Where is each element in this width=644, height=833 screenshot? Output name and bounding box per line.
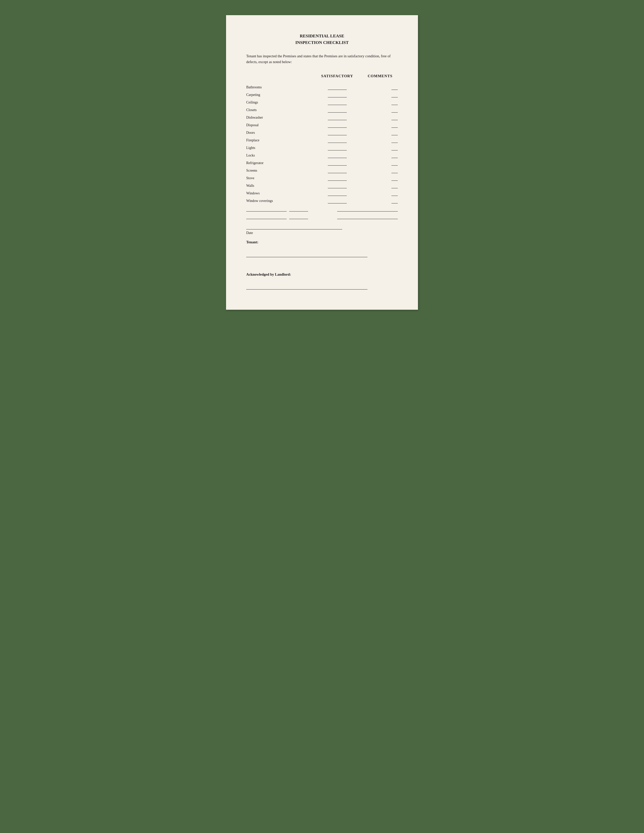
checklist-row: Closets — [246, 106, 398, 113]
title-line-1: RESIDENTIAL LEASE — [246, 33, 398, 39]
tenant-label: Tenant: — [246, 240, 398, 244]
sat-line-5[interactable] — [328, 127, 347, 128]
landlord-label: Acknowledged by Landlord: — [246, 272, 398, 277]
extra-row-2 — [246, 212, 398, 219]
item-satisfactory-14[interactable] — [312, 196, 362, 196]
checklist-rows: Bathrooms Carpeting Ceilings Closets — [246, 83, 398, 203]
item-label-0: Bathrooms — [246, 85, 312, 90]
comment-line-12[interactable] — [391, 180, 398, 181]
col-item-header — [246, 74, 312, 78]
sat-line-14[interactable] — [328, 196, 347, 196]
item-label-12: Stove — [246, 176, 312, 181]
item-label-10: Refrigerator — [246, 161, 312, 166]
title-line-2: INSPECTION CHECKLIST — [246, 39, 398, 46]
date-label: Date — [246, 231, 398, 235]
checklist-row: Bathrooms — [246, 83, 398, 90]
extra-sat-line-1[interactable] — [289, 211, 308, 212]
checklist-section: SATISFACTORY COMMENTS Bathrooms Carpetin… — [246, 74, 398, 219]
item-label-8: Lights — [246, 146, 312, 150]
checklist-row: Fireplace — [246, 136, 398, 143]
checklist-row: Stove — [246, 174, 398, 181]
item-label-15: Window coverings — [246, 199, 312, 203]
item-satisfactory-5[interactable] — [312, 127, 362, 128]
comment-line-14[interactable] — [391, 196, 398, 196]
extra-rows — [246, 205, 398, 219]
comment-line-13[interactable] — [391, 188, 398, 188]
checklist-row: Doors — [246, 129, 398, 135]
item-satisfactory-13[interactable] — [312, 188, 362, 188]
item-label-2: Ceilings — [246, 100, 312, 105]
checklist-row: Locks — [246, 151, 398, 158]
comment-line-6[interactable] — [391, 135, 398, 135]
item-satisfactory-11[interactable] — [312, 173, 362, 173]
item-satisfactory-12[interactable] — [312, 180, 362, 181]
item-satisfactory-0[interactable] — [312, 90, 362, 90]
comment-line-10[interactable] — [391, 165, 398, 166]
item-label-3: Closets — [246, 108, 312, 113]
checklist-row: Walls — [246, 182, 398, 188]
item-label-9: Locks — [246, 153, 312, 158]
sat-line-13[interactable] — [328, 188, 347, 188]
comment-line-5[interactable] — [391, 127, 398, 128]
col-comments-header: COMMENTS — [362, 74, 398, 78]
item-satisfactory-7[interactable] — [312, 143, 362, 143]
comment-line-11[interactable] — [391, 173, 398, 173]
extra-comment-line-1[interactable] — [337, 211, 398, 212]
extra-row-1 — [246, 205, 398, 212]
col-satisfactory-header: SATISFACTORY — [312, 74, 362, 78]
item-label-7: Fireplace — [246, 138, 312, 143]
item-label-4: Dishwasher — [246, 116, 312, 120]
signature-section: Date Tenant: Acknowledged by Landlord: — [246, 229, 398, 289]
sat-line-11[interactable] — [328, 173, 347, 173]
checklist-row: Lights — [246, 144, 398, 150]
checklist-row: Window coverings — [246, 197, 398, 203]
checklist-row: Refrigerator — [246, 159, 398, 166]
comment-line-0[interactable] — [391, 90, 398, 90]
checklist-row: Screens — [246, 167, 398, 173]
comment-line-7[interactable] — [391, 143, 398, 143]
sat-line-7[interactable] — [328, 143, 347, 143]
sat-line-10[interactable] — [328, 165, 347, 166]
checklist-row: Carpeting — [246, 91, 398, 97]
checklist-row: Windows — [246, 189, 398, 196]
item-label-6: Doors — [246, 131, 312, 135]
item-satisfactory-10[interactable] — [312, 165, 362, 166]
checklist-row: Disposal — [246, 121, 398, 128]
item-label-14: Windows — [246, 191, 312, 196]
checklist-row: Dishwasher — [246, 114, 398, 120]
item-satisfactory-6[interactable] — [312, 135, 362, 135]
item-label-1: Carpeting — [246, 93, 312, 97]
extra-label-line-1[interactable] — [246, 211, 287, 212]
sat-line-4[interactable] — [328, 120, 347, 120]
document-container: RESIDENTIAL LEASE INSPECTION CHECKLIST T… — [226, 15, 418, 310]
item-satisfactory-4[interactable] — [312, 120, 362, 120]
sat-line-12[interactable] — [328, 180, 347, 181]
sat-line-0[interactable] — [328, 90, 347, 90]
item-label-5: Disposal — [246, 123, 312, 128]
item-label-13: Walls — [246, 184, 312, 188]
intro-text: Tenant has inspected the Premises and st… — [246, 53, 398, 65]
comment-line-4[interactable] — [391, 120, 398, 120]
landlord-sig-line[interactable] — [246, 289, 367, 289]
item-label-11: Screens — [246, 169, 312, 173]
checklist-header: SATISFACTORY COMMENTS — [246, 74, 398, 78]
sat-line-6[interactable] — [328, 135, 347, 135]
title-block: RESIDENTIAL LEASE INSPECTION CHECKLIST — [246, 33, 398, 46]
date-sig-line[interactable] — [246, 229, 342, 230]
checklist-row: Ceilings — [246, 98, 398, 105]
